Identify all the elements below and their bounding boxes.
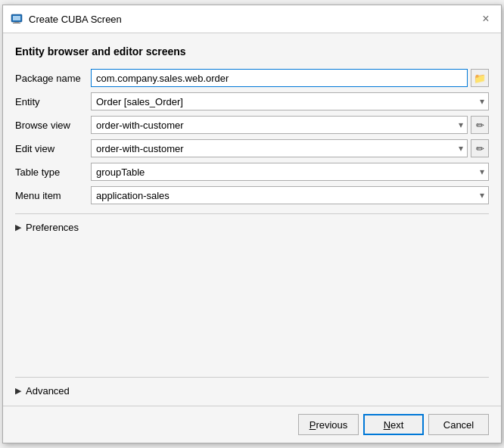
- browse-view-row: Browse view order-with-customer ✏: [15, 115, 489, 135]
- next-button[interactable]: Next: [363, 414, 424, 435]
- advanced-separator: [15, 377, 489, 378]
- browse-view-select-wrap: order-with-customer: [91, 116, 468, 134]
- entity-control: Order [sales_Order]: [91, 92, 489, 110]
- entity-label: Entity: [15, 96, 91, 107]
- previous-button[interactable]: Previous: [298, 414, 359, 435]
- package-name-label: Package name: [15, 73, 91, 84]
- folder-button[interactable]: 📁: [471, 69, 489, 87]
- dialog: Create CUBA Screen × Entity browser and …: [2, 5, 502, 443]
- edit-view-select[interactable]: order-with-customer: [91, 139, 468, 157]
- app-icon: [11, 13, 23, 25]
- cancel-label: Cancel: [443, 419, 474, 431]
- advanced-section[interactable]: ▶ Advanced: [15, 382, 489, 400]
- separator-1: [15, 213, 489, 214]
- entity-row: Entity Order [sales_Order]: [15, 92, 489, 111]
- close-button[interactable]: ×: [478, 11, 493, 26]
- content-area: Entity browser and editor screens Packag…: [3, 33, 501, 406]
- svg-rect-3: [13, 23, 20, 23]
- cancel-button[interactable]: Cancel: [428, 414, 489, 435]
- table-type-select[interactable]: groupTable: [91, 163, 489, 181]
- edit-view-label: Edit view: [15, 143, 91, 154]
- preferences-section[interactable]: ▶ Preferences: [15, 219, 489, 236]
- menu-item-label: Menu item: [15, 190, 91, 201]
- folder-icon: 📁: [474, 73, 486, 84]
- table-type-select-wrap: groupTable: [91, 163, 489, 181]
- entity-select[interactable]: Order [sales_Order]: [91, 92, 489, 110]
- previous-label: Previous: [310, 419, 348, 431]
- next-label: Next: [384, 419, 404, 431]
- spacer: [15, 236, 489, 377]
- menu-item-row: Menu item application-sales: [15, 185, 489, 205]
- advanced-arrow-icon: ▶: [15, 386, 21, 396]
- menu-item-select[interactable]: application-sales: [91, 186, 489, 204]
- dialog-title: Create CUBA Screen: [29, 14, 122, 25]
- edit-view-select-wrap: order-with-customer: [91, 139, 468, 157]
- advanced-label: Advanced: [26, 385, 70, 397]
- preferences-arrow-icon: ▶: [15, 222, 21, 232]
- package-name-row: Package name 📁: [15, 68, 489, 88]
- browse-view-select[interactable]: order-with-customer: [91, 116, 468, 134]
- section-title: Entity browser and editor screens: [15, 45, 489, 58]
- package-name-control: 📁: [91, 69, 489, 87]
- table-type-row: Table type groupTable: [15, 162, 489, 182]
- svg-rect-1: [13, 16, 20, 20]
- menu-item-select-wrap: application-sales: [91, 186, 489, 204]
- browse-view-control: order-with-customer ✏: [91, 116, 489, 134]
- browse-view-label: Browse view: [15, 120, 91, 131]
- edit-view-row: Edit view order-with-customer ✏: [15, 138, 489, 158]
- table-type-control: groupTable: [91, 163, 489, 181]
- title-bar-left: Create CUBA Screen: [11, 13, 122, 25]
- browse-view-edit-button[interactable]: ✏: [471, 116, 489, 134]
- footer: Previous Next Cancel: [3, 406, 501, 443]
- edit-icon-2: ✏: [476, 143, 484, 154]
- preferences-label: Preferences: [26, 222, 79, 233]
- edit-view-control: order-with-customer ✏: [91, 139, 489, 157]
- edit-icon: ✏: [476, 120, 484, 131]
- title-bar: Create CUBA Screen ×: [3, 5, 501, 33]
- edit-view-edit-button[interactable]: ✏: [471, 139, 489, 157]
- menu-item-control: application-sales: [91, 186, 489, 204]
- entity-select-wrap: Order [sales_Order]: [91, 92, 489, 110]
- package-name-input[interactable]: [91, 69, 468, 87]
- form-area: Package name 📁 Entity Order [sales_Order…: [15, 68, 489, 209]
- table-type-label: Table type: [15, 166, 91, 178]
